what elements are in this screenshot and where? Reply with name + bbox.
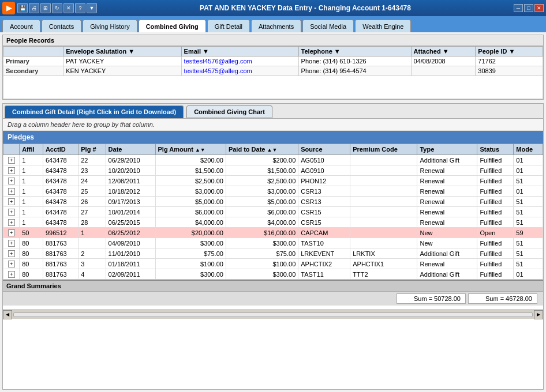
expand-icon[interactable]: + <box>8 250 15 257</box>
tab-attachments[interactable]: Attachments <box>251 20 301 32</box>
expand-btn-cell[interactable]: + <box>3 176 20 186</box>
acctid-cell: 881763 <box>43 269 78 280</box>
col-envelope-header[interactable]: Envelope Salutation ▼ <box>63 47 181 56</box>
app-logo: ▶ <box>2 2 15 14</box>
expand-icon[interactable]: + <box>8 188 15 195</box>
data-grid-container[interactable]: Pledges Affil AcctID Plg # Date Plg Amou… <box>3 131 543 310</box>
source-cell: PHON12 <box>298 176 350 186</box>
premiumcode-cell: TTT2 <box>350 269 417 280</box>
expand-icon[interactable]: + <box>8 198 15 205</box>
expand-btn-cell[interactable]: + <box>3 197 20 207</box>
expand-btn-cell[interactable]: + <box>3 186 20 197</box>
date-cell: 11/01/2010 <box>106 248 155 259</box>
close-button[interactable]: ✕ <box>534 4 544 12</box>
status-cell: Fulfilled <box>477 165 514 176</box>
premiumcode-cell: LRKTIX <box>350 248 417 259</box>
expand-icon[interactable]: + <box>8 178 15 184</box>
tab-account[interactable]: Account <box>2 20 40 32</box>
people-row-primary: Primary PAT YACKEY testtest4576@alleg.co… <box>3 56 543 66</box>
col-plgamount-header[interactable]: Plg Amount ▲▼ <box>155 144 226 155</box>
col-peopleid-header[interactable]: People ID ▼ <box>476 47 543 56</box>
save-icon[interactable]: 💾 <box>17 3 28 13</box>
col-telephone-header[interactable]: Telephone ▼ <box>298 47 411 56</box>
plgamount-cell: $200.00 <box>155 155 226 165</box>
tab-contacts[interactable]: Contacts <box>42 20 81 32</box>
row-attached-secondary <box>411 66 476 76</box>
maximize-button[interactable]: □ <box>524 4 533 12</box>
expand-icon[interactable]: + <box>8 261 15 267</box>
plgnum-cell: 22 <box>78 155 106 165</box>
col-type-header[interactable]: Type <box>417 144 477 155</box>
expand-icon[interactable]: + <box>8 167 15 174</box>
type-cell: Renewal <box>417 259 477 269</box>
expand-btn-cell[interactable]: + <box>3 238 20 248</box>
expand-btn-cell[interactable]: + <box>3 155 20 165</box>
col-email-header[interactable]: Email ▼ <box>181 47 298 56</box>
pledge-row: +16434782510/18/2012$3,000.00$3,000.00CS… <box>3 186 543 197</box>
minimize-button[interactable]: ─ <box>514 4 523 12</box>
tab-wealth-engine[interactable]: Wealth Engine <box>355 20 411 32</box>
tab-combined-giving-chart[interactable]: Combined Giving Chart <box>186 105 272 118</box>
col-attached-header[interactable]: Attached ▼ <box>411 47 476 56</box>
source-cell: CSR13 <box>298 197 350 207</box>
pledge-row: +80881763402/09/2011$300.00$300.00TAST11… <box>3 269 543 280</box>
dropdown-icon[interactable]: ▼ <box>87 3 97 13</box>
col-date-header[interactable]: Date <box>106 144 155 155</box>
refresh-icon[interactable]: ↻ <box>52 3 62 13</box>
col-premiumcode-header[interactable]: Premium Code <box>350 144 417 155</box>
scroll-right-button[interactable]: ▶ <box>534 310 543 319</box>
expand-btn-cell[interactable]: + <box>3 259 20 269</box>
col-paidtodate-header[interactable]: Paid to Date ▲▼ <box>226 144 298 155</box>
col-type-header[interactable] <box>3 47 63 56</box>
col-source-header[interactable]: Source <box>298 144 350 155</box>
expand-icon[interactable]: + <box>8 209 15 216</box>
col-status-header[interactable]: Status <box>477 144 514 155</box>
acctid-cell: 643478 <box>43 197 78 207</box>
source-cell: CAPCAM <box>298 228 350 238</box>
tab-social-media[interactable]: Social Media <box>302 20 354 32</box>
tab-combined-giving[interactable]: Combined Giving <box>139 20 206 32</box>
source-cell: APHCTIX2 <box>298 259 350 269</box>
print-icon[interactable]: 🖨 <box>29 3 39 13</box>
expand-btn-cell[interactable]: + <box>3 228 20 238</box>
col-mode-header[interactable]: Mode <box>514 144 543 155</box>
date-cell: 02/09/2011 <box>106 269 155 280</box>
cancel-icon[interactable]: ✕ <box>63 3 74 13</box>
acctid-cell: 643478 <box>43 165 78 176</box>
premiumcode-cell <box>350 197 417 207</box>
pledge-row: +8088176304/09/2010$300.00$300.00TAST10N… <box>3 238 543 248</box>
mode-cell: 01 <box>514 155 543 165</box>
drag-hint: Drag a column header here to group by th… <box>3 119 543 131</box>
help-icon[interactable]: ? <box>75 3 85 13</box>
date-cell: 06/29/2010 <box>106 155 155 165</box>
horizontal-scrollbar[interactable]: ◀ ▶ <box>3 310 543 319</box>
source-cell: CSR15 <box>298 217 350 228</box>
col-acctid-header[interactable]: AcctID <box>43 144 78 155</box>
scroll-track[interactable] <box>13 312 533 317</box>
pledge-row: +50996512106/25/2012$20,000.00$16,000.00… <box>3 228 543 238</box>
combined-gift-tabs: Combined Gift Detail (Right Click in Gri… <box>3 104 543 119</box>
date-cell: 06/25/2012 <box>106 228 155 238</box>
scroll-left-button[interactable]: ◀ <box>3 310 12 319</box>
expand-btn-cell[interactable]: + <box>3 217 20 228</box>
expand-icon[interactable]: + <box>8 271 15 278</box>
expand-icon[interactable]: + <box>8 240 15 247</box>
tab-combined-gift-detail[interactable]: Combined Gift Detail (Right Click in Gri… <box>5 105 184 118</box>
tab-gift-detail[interactable]: Gift Detail <box>207 20 250 32</box>
plgnum-cell: 3 <box>78 259 106 269</box>
row-email-primary[interactable]: testtest4576@alleg.com <box>181 56 298 66</box>
tab-giving-history[interactable]: Giving History <box>83 20 137 32</box>
grid-icon[interactable]: ⊞ <box>40 3 51 13</box>
col-affil-header[interactable]: Affil <box>20 144 43 155</box>
pledge-row: +16434782609/17/2013$5,000.00$5,000.00CS… <box>3 197 543 207</box>
col-plgnum-header[interactable]: Plg # <box>78 144 106 155</box>
expand-btn-cell[interactable]: + <box>3 248 20 259</box>
expand-btn-cell[interactable]: + <box>3 165 20 176</box>
expand-btn-cell[interactable]: + <box>3 269 20 280</box>
pledge-row: +16434782310/20/2010$1,500.00$1,500.00AG… <box>3 165 543 176</box>
expand-icon[interactable]: + <box>8 219 15 226</box>
expand-btn-cell[interactable]: + <box>3 207 20 217</box>
expand-icon[interactable]: + <box>8 229 15 236</box>
expand-icon[interactable]: + <box>8 157 15 164</box>
row-email-secondary[interactable]: testtest4575@alleg.com <box>181 66 298 76</box>
